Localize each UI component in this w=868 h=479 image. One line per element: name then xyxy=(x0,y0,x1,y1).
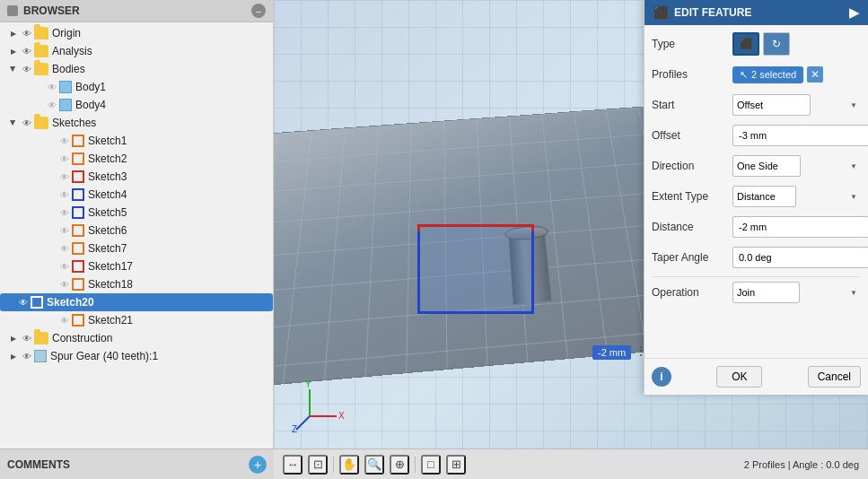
label-bodies: Bodies xyxy=(52,63,85,75)
label-sketch20: Sketch20 xyxy=(47,296,94,309)
distance-input[interactable] xyxy=(732,216,868,238)
panel-expand-button[interactable]: ▶ xyxy=(849,5,859,20)
eye-sketch21[interactable]: 👁 xyxy=(57,313,72,327)
taper-angle-row: Taper Angle xyxy=(652,246,861,269)
eye-body1[interactable]: 👁 xyxy=(45,80,59,94)
tree-item-origin[interactable]: ▶ 👁 Origin xyxy=(0,24,273,42)
toolbar-orbit-button[interactable]: ↔ xyxy=(283,455,302,475)
toolbar-pan-button[interactable]: ✋ xyxy=(339,455,359,475)
tree-item-sketch2[interactable]: 👁 Sketch2 xyxy=(0,150,273,168)
eye-analysis[interactable]: 👁 xyxy=(20,44,34,58)
direction-value: One Side Two Sides Symmetric xyxy=(732,155,861,177)
label-sketch18: Sketch18 xyxy=(88,278,133,291)
eye-sketch20[interactable]: 👁 xyxy=(16,295,31,309)
tree-item-sketch18[interactable]: 👁 Sketch18 xyxy=(0,275,273,293)
type-extrude-button[interactable]: ⬛ xyxy=(732,32,759,56)
cursor-icon: ↖ xyxy=(740,69,748,81)
divider xyxy=(652,276,861,277)
toolbar-separator-2 xyxy=(415,457,416,473)
direction-dropdown[interactable]: One Side Two Sides Symmetric xyxy=(732,155,801,177)
info-button[interactable]: i xyxy=(652,367,671,387)
sketch17-icon xyxy=(72,260,84,273)
toolbar-zoom-fit-button[interactable]: ⊕ xyxy=(390,455,409,475)
folder-origin-icon xyxy=(34,27,48,39)
tree-item-body1[interactable]: 👁 Body1 xyxy=(0,78,273,96)
toolbar-display-button[interactable]: □ xyxy=(421,455,441,475)
eye-spur-gear[interactable]: 👁 xyxy=(20,349,34,363)
type-revolve-button[interactable]: ↻ xyxy=(763,32,790,56)
eye-sketch4[interactable]: 👁 xyxy=(57,187,72,202)
toolbar-fit-button[interactable]: ⊡ xyxy=(308,455,328,475)
label-body1: Body1 xyxy=(75,81,106,93)
browser-menu-button[interactable]: – xyxy=(251,4,266,18)
tree-item-sketch17[interactable]: 👁 Sketch17 xyxy=(0,257,273,275)
toolbar-zoom-button[interactable]: 🔍 xyxy=(364,455,384,475)
revolve-icon: ↻ xyxy=(772,38,781,50)
svg-text:Z: Z xyxy=(292,424,297,434)
extent-type-dropdown[interactable]: Distance To Object All xyxy=(732,186,796,207)
start-dropdown[interactable]: Offset Profile Plane xyxy=(732,94,811,116)
panel-footer: i OK Cancel xyxy=(644,358,868,395)
eye-bodies[interactable]: 👁 xyxy=(20,62,34,76)
add-comment-button[interactable]: + xyxy=(249,456,267,474)
tree-item-sketches[interactable]: ▶ 👁 Sketches xyxy=(0,114,273,132)
operation-label: Operation xyxy=(652,286,732,299)
svg-text:X: X xyxy=(338,411,345,421)
body4-icon xyxy=(59,99,72,111)
tree-item-sketch3[interactable]: 👁 Sketch3 xyxy=(0,168,273,186)
ok-button[interactable]: OK xyxy=(716,366,762,388)
operation-dropdown[interactable]: Join Cut Intersect New Body xyxy=(732,282,800,303)
expand-sketches[interactable]: ▶ xyxy=(7,117,20,129)
tree-item-sketch7[interactable]: 👁 Sketch7 xyxy=(0,240,273,257)
expand-origin[interactable]: ▶ xyxy=(7,27,20,39)
expand-bodies[interactable]: ▶ xyxy=(7,63,20,75)
profiles-clear-button[interactable]: ✕ xyxy=(807,66,823,83)
tree-item-sketch6[interactable]: 👁 Sketch6 xyxy=(0,222,273,240)
toolbar-grid-button[interactable]: ⊞ xyxy=(446,455,466,475)
cancel-button[interactable]: Cancel xyxy=(808,366,861,388)
taper-value xyxy=(732,247,868,268)
taper-input[interactable] xyxy=(732,247,868,268)
sketch5-icon xyxy=(72,206,84,219)
folder-analysis-icon xyxy=(34,45,48,57)
offset-label: Offset xyxy=(652,129,732,142)
tree-item-construction[interactable]: ▶ 👁 Construction xyxy=(0,329,273,347)
sketch7-icon xyxy=(72,242,84,255)
eye-origin[interactable]: 👁 xyxy=(20,26,34,40)
eye-sketch17[interactable]: 👁 xyxy=(57,259,72,274)
offset-input[interactable] xyxy=(732,125,868,146)
tree-item-sketch1[interactable]: 👁 Sketch1 xyxy=(0,132,273,150)
eye-sketches[interactable]: 👁 xyxy=(20,116,34,130)
tree-item-bodies[interactable]: ▶ 👁 Bodies xyxy=(0,60,273,78)
eye-sketch1[interactable]: 👁 xyxy=(57,134,72,148)
eye-sketch3[interactable]: 👁 xyxy=(57,170,72,184)
tree-item-sketch5[interactable]: 👁 Sketch5 xyxy=(0,204,273,222)
browser-title: BROWSER xyxy=(23,4,246,17)
expand-spur-gear[interactable]: ▶ xyxy=(7,350,20,362)
profiles-count: 2 selected xyxy=(751,69,796,80)
comments-label: COMMENTS xyxy=(7,458,241,471)
sketch1-icon xyxy=(72,135,84,147)
eye-sketch18[interactable]: 👁 xyxy=(57,277,72,292)
eye-sketch2[interactable]: 👁 xyxy=(57,152,72,166)
tree-item-body4[interactable]: 👁 Body4 xyxy=(0,96,273,114)
eye-construction[interactable]: 👁 xyxy=(20,331,34,345)
eye-sketch6[interactable]: 👁 xyxy=(57,223,72,238)
panel-title: EDIT FEATURE xyxy=(674,6,751,19)
dimension-label[interactable]: -2 mm xyxy=(592,345,631,360)
collapse-icon[interactable] xyxy=(7,5,18,16)
panel-header: ⬛ EDIT FEATURE ▶ xyxy=(644,0,868,25)
tree-item-sketch20[interactable]: 👁 Sketch20 xyxy=(0,293,273,311)
tree-item-spur-gear[interactable]: ▶ 👁 Spur Gear (40 teeth):1 xyxy=(0,347,273,365)
expand-analysis[interactable]: ▶ xyxy=(7,45,20,57)
distance-row: Distance xyxy=(652,215,861,239)
eye-body4[interactable]: 👁 xyxy=(45,98,59,112)
tree-item-sketch4[interactable]: 👁 Sketch4 xyxy=(0,186,273,204)
eye-sketch5[interactable]: 👁 xyxy=(57,205,72,220)
tree-item-analysis[interactable]: ▶ 👁 Analysis xyxy=(0,42,273,60)
expand-construction[interactable]: ▶ xyxy=(7,332,20,344)
profiles-selected-badge[interactable]: ↖ 2 selected xyxy=(732,66,803,83)
eye-sketch7[interactable]: 👁 xyxy=(57,241,72,256)
tree-item-sketch21[interactable]: 👁 Sketch21 xyxy=(0,311,273,329)
label-sketch7: Sketch7 xyxy=(88,242,127,255)
